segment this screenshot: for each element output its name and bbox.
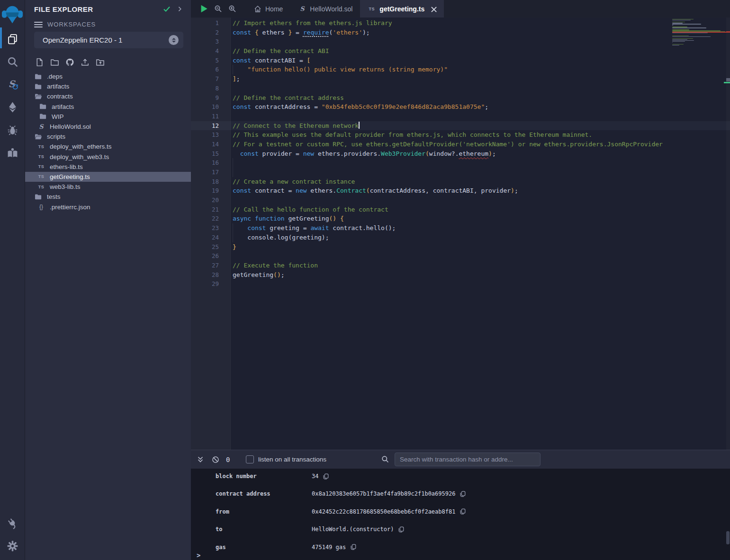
github-icon[interactable] [65,58,74,67]
copy-icon[interactable] [323,473,329,480]
code-line-11[interactable]: 11 [191,112,730,121]
tab-helloworld-sol[interactable]: SHelloWorld.sol [290,0,360,18]
code-line-26[interactable]: 26 [191,251,730,261]
new-folder-icon[interactable] [50,58,59,67]
code-line-29[interactable]: 29 [191,279,730,289]
tree-item-deploy-with-web3-ts[interactable]: TSdeploy_with_web3.ts [25,152,191,162]
upload-file-icon[interactable] [81,58,90,67]
terminal-collapse-icon[interactable] [195,454,206,465]
minimap[interactable] [672,19,726,47]
copy-icon[interactable] [460,491,466,497]
workspace-stepper-icon[interactable] [169,35,179,45]
activity-deploy-run-icon[interactable] [0,96,25,118]
minimap-line [672,38,693,39]
tree-item-contracts[interactable]: contracts [25,91,191,101]
listen-all-transactions-label[interactable]: listen on all transactions [258,456,326,463]
tree-item--deps[interactable]: .deps [25,71,191,81]
code-line-23[interactable]: 23 const greeting = await contract.hello… [191,223,730,233]
tree-item-artifacts[interactable]: artifacts [25,102,191,112]
activity-settings-icon[interactable] [0,534,25,557]
tree-item-artifacts[interactable]: artifacts [25,81,191,91]
code-line-10[interactable]: 10const contractAddress = "0xb54febb5c0c… [191,102,730,112]
tab-getgreeting-ts[interactable]: TSgetGreeting.ts [360,0,444,18]
code-line-5[interactable]: 5const contractABI = [ [191,56,730,65]
line-content [231,251,233,261]
workspace-ok-icon[interactable] [162,5,171,13]
tree-item--prettierrc-json[interactable]: {}.prettierrc.json [25,202,191,212]
run-script-button[interactable] [197,2,211,16]
activity-debugger-icon[interactable] [0,118,25,141]
code-line-17[interactable]: 17 [191,168,730,177]
tree-item-label: HelloWorld.sol [50,123,91,130]
workspaces-menu-icon[interactable] [34,22,43,27]
tx-detail-value: HelloWorld.(constructor) [312,526,404,533]
tree-item-scripts[interactable]: scripts [25,132,191,142]
tree-item-web3-lib-ts[interactable]: TSweb3-lib.ts [25,182,191,192]
tab-close-icon[interactable] [430,6,436,12]
terminal-scrollbar-thumb[interactable] [726,531,730,544]
code-editor[interactable]: 1// Import ethers from the ethers.js lib… [191,18,730,450]
copy-icon[interactable] [350,544,356,550]
code-line-28[interactable]: 28getGreeting(); [191,270,730,280]
code-line-14[interactable]: 14// For a testnet or custom RPC, use et… [191,140,730,149]
code-line-12[interactable]: 12// Connect to the Ethereum network [191,121,730,131]
terminal-toolbar: 0 listen on all transactions [191,450,730,469]
tx-detail-value: 0x8a120383e6057b1f3aef4fa9b89c2f1b0a6959… [312,490,466,497]
tree-item-wip[interactable]: WIP [25,112,191,122]
zoom-out-icon[interactable] [211,2,225,16]
tree-item-getgreeting-ts[interactable]: TSgetGreeting.ts [25,172,191,182]
code-line-16[interactable]: 16 [191,158,730,168]
code-line-20[interactable]: 20 [191,196,730,205]
upload-folder-icon[interactable] [96,58,105,67]
activity-search-icon[interactable] [0,50,25,73]
tab-label: getGreeting.ts [379,5,424,13]
line-number: 19 [191,186,231,196]
code-line-1[interactable]: 1// Import ethers from the ethers.js lib… [191,18,730,28]
terminal-prompt[interactable]: > [197,551,200,559]
code-line-8[interactable]: 8 [191,84,730,93]
code-line-24[interactable]: 24 console.log(greeting); [191,233,730,242]
line-content: // For a testnet or custom RPC, use ethe… [231,140,663,149]
activity-file-explorer-icon[interactable] [0,27,25,50]
code-line-25[interactable]: 25} [191,242,730,252]
copy-icon[interactable] [460,508,466,515]
terminal: 0 listen on all transactions block numbe… [191,450,730,560]
code-line-4[interactable]: 4// Define the contract ABI [191,46,730,56]
tree-item-ethers-lib-ts[interactable]: TSethers-lib.ts [25,162,191,172]
panel-collapse-icon[interactable] [177,6,183,12]
listen-all-transactions-checkbox[interactable] [246,455,254,463]
zoom-in-icon[interactable] [225,2,239,16]
tx-detail-value: 34 [312,473,329,480]
tab-home[interactable]: Home [246,0,290,18]
editor-scrollbar-thumb[interactable] [726,78,730,81]
activity-plugin-manager-icon[interactable] [0,512,25,534]
terminal-search-input[interactable] [395,453,541,466]
activity-unit-testing-icon[interactable] [0,141,25,164]
code-line-7[interactable]: 7]; [191,74,730,84]
code-line-22[interactable]: 22async function getGreeting() { [191,214,730,223]
tree-item-tests[interactable]: tests [25,192,191,202]
code-line-9[interactable]: 9// Define the contract address [191,93,730,103]
code-line-18[interactable]: 18// Create a new contract instance [191,177,730,187]
tree-item-deploy-with-ethers-ts[interactable]: TSdeploy_with_ethers.ts [25,142,191,151]
copy-icon[interactable] [398,526,404,533]
code-line-27[interactable]: 27// Execute the function [191,261,730,270]
code-line-21[interactable]: 21// Call the hello function of the cont… [191,205,730,214]
activity-solidity-compiler-icon[interactable]: S [0,73,25,96]
tree-item-label: artifacts [52,103,74,110]
line-number: 14 [191,140,231,149]
code-line-19[interactable]: 19const contract = new ethers.Contract(c… [191,186,730,196]
minimap-line [672,33,726,34]
tree-item-helloworld-sol[interactable]: SHelloWorld.sol [25,122,191,132]
code-line-6[interactable]: 6 "function hello() public view returns … [191,65,730,74]
workspace-select[interactable]: OpenZeppelin ERC20 - 1 [34,32,183,48]
code-line-15[interactable]: 15 const provider = new ethers.providers… [191,149,730,159]
ts-icon: TS [37,185,45,189]
code-line-3[interactable]: 3 [191,37,730,46]
clear-console-icon[interactable] [210,454,221,465]
activity-remix-logo-icon[interactable] [0,1,25,27]
new-file-icon[interactable] [35,58,44,67]
tx-detail-row: gas475149 gas [191,544,730,560]
code-line-13[interactable]: 13// This example uses the default provi… [191,130,730,140]
code-line-2[interactable]: 2const { ethers } = require('ethers'); [191,28,730,37]
